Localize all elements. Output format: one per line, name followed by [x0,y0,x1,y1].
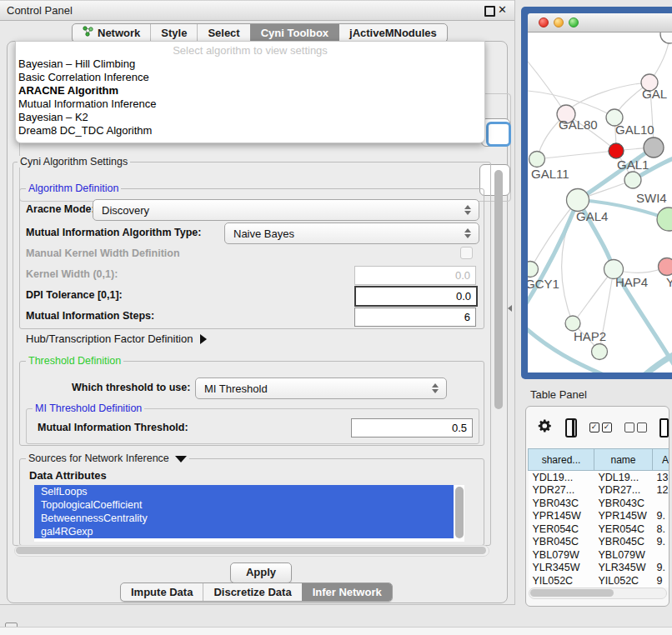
node[interactable] [660,32,672,43]
node-gal4[interactable] [567,189,589,212]
panel-splitter-handle[interactable] [508,305,512,312]
node-label: Y [666,275,672,289]
aracne-mode-combo[interactable]: Discovery [93,199,479,221]
list-item[interactable]: TopologicalCoefficient [34,498,454,512]
mi-steps-field[interactable]: 6 [354,308,476,327]
obscured-focus-ring [486,122,511,147]
node[interactable] [592,344,608,360]
table-header-row: shared... name A [529,449,670,471]
network-icon [83,24,93,42]
expand-right-icon [200,334,207,344]
dpi-tolerance-field[interactable]: 0.0 [354,286,478,307]
table-row[interactable]: YLR345WYLR345W9. [529,562,670,575]
tab-style[interactable]: Style [150,24,197,42]
threshold-definition-title: Threshold Definition [26,355,123,367]
node-label: HAP4 [615,275,648,289]
apply-button[interactable]: Apply [230,562,292,583]
table-row[interactable]: YIL052CYIL052C9 [529,574,670,588]
gear-icon[interactable] [538,418,553,437]
table-row[interactable]: YER054CYER054C8. [529,522,670,536]
tab-label: Network [98,24,140,42]
minimize-traffic-light-icon[interactable] [554,18,564,28]
mi-type-label: Mutual Information Algorithm Type: [26,227,201,238]
list-item[interactable]: gal4RGexp [34,525,454,538]
node-label: GAL80 [559,118,598,132]
node-gal11[interactable] [529,152,545,168]
kernel-width-label: Kernel Width (0,1): [26,268,118,280]
deselect-all-checkboxes-icon[interactable]: ✓✓ [624,422,647,432]
settings-scrollbar-track[interactable] [493,164,504,544]
table-row[interactable]: YBL079WYBL079W [529,548,670,562]
which-threshold-combo[interactable]: MI Threshold [195,378,447,399]
sources-group-title[interactable]: Sources for Network Inference [26,452,189,464]
settings-scrollbar-thumb[interactable] [494,170,503,409]
data-attributes-list: SelfLoops TopologicalCoefficient Between… [34,485,464,542]
dropdown-list: Bayesian – Hill Climbing Basic Correlati… [18,58,481,138]
settings-hscrollbar-thumb[interactable] [16,547,486,554]
node-table: shared... name A YDL19...YDL19...13 YDR2… [528,448,669,588]
column-header-name[interactable]: name [594,449,653,471]
float-window-icon[interactable] [484,6,495,17]
dropdown-item[interactable]: Bayesian – Hill Climbing [18,58,481,71]
algorithm-definition-title: Algorithm Definition [26,182,121,194]
stepper-icon [460,205,475,215]
mi-threshold-field[interactable]: 0.5 [351,418,473,438]
mi-type-combo[interactable]: Naive Bayes [224,222,479,244]
kernel-width-field[interactable]: 0.0 [354,266,476,285]
dropdown-item[interactable]: Mutual Information Inference [18,98,481,111]
dropdown-item[interactable]: Bayesian – K2 [18,111,481,124]
list-scrollbar-thumb[interactable] [455,487,464,538]
node-label: GAL11 [531,167,569,181]
tab-impute-data[interactable]: Impute Data [121,583,203,601]
page-icon[interactable] [659,418,669,438]
list-item[interactable]: SelfLoops [34,485,454,498]
select-all-checkboxes-icon[interactable]: ✓✓ [589,422,612,432]
control-panel-titlebar[interactable]: Control Panel ✕ [0,0,514,21]
network-canvas[interactable]: GAL GAL80 GAL10 GAL1 GAL11 GAL4 SWI4 GCY… [528,32,672,372]
node-gcy1[interactable] [528,262,539,278]
bottom-strip [0,627,672,635]
mi-type-value: Naive Bayes [225,228,460,240]
table-row[interactable]: YPR145WYPR145W9. [529,510,670,523]
table-row[interactable]: YDR27...YDR27...12 [529,484,670,498]
tab-network[interactable]: Network [73,24,150,42]
split-pane-icon[interactable] [565,418,577,438]
close-traffic-light-icon[interactable] [539,18,549,28]
which-threshold-value: MI Threshold [196,382,428,395]
node-swi4[interactable] [657,208,672,231]
column-header-partial[interactable]: A [653,449,670,471]
node-gray[interactable] [644,138,664,158]
settings-hscrollbar-track[interactable] [14,545,489,557]
stepper-icon [428,383,443,393]
close-icon[interactable]: ✕ [498,3,507,16]
tab-cyni-toolbox[interactable]: Cyni Toolbox [250,24,339,42]
dropdown-item[interactable]: Dream8 DC_TDC Algorithm [18,124,481,138]
zoom-traffic-light-icon[interactable] [569,18,579,28]
tab-jactivemnodules[interactable]: jActiveMNodules [339,24,447,42]
network-window-titlebar[interactable] [528,13,672,32]
table-toolbar: ✓✓ ✓✓ [526,407,669,448]
table-row[interactable]: YBR043CYBR043C [529,497,670,510]
node-label: GAL [642,87,667,101]
collapse-down-icon [175,456,187,462]
table-row[interactable]: YBR045CYBR045C9. [529,536,670,549]
dropdown-item[interactable]: Basic Correlation Inference [18,71,481,84]
table-hscrollbar-track[interactable] [529,588,667,599]
which-threshold-label: Which threshold to use: [72,382,190,393]
tab-discretize-data[interactable]: Discretize Data [203,583,301,601]
tab-infer-network[interactable]: Infer Network [302,583,392,601]
dropdown-item[interactable]: ARACNE Algorithm [18,84,481,98]
list-item[interactable]: BetweennessCentrality [34,512,454,525]
table-hscrollbar-thumb[interactable] [530,589,614,597]
tab-select[interactable]: Select [197,24,249,42]
node-gal1[interactable] [609,143,624,158]
manual-kernel-checkbox[interactable] [460,247,473,259]
hub-factor-expander[interactable]: Hub/Transcription Factor Definition [26,332,207,345]
network-labels: GAL GAL80 GAL10 GAL1 GAL11 GAL4 SWI4 GCY… [528,87,672,343]
node-label: GAL4 [576,209,608,223]
node[interactable] [624,172,641,188]
table-row[interactable]: YDL19...YDL19...13 [529,471,670,484]
data-attributes-label: Data Attributes [29,469,107,482]
node-y[interactable] [659,258,672,276]
column-header-shared[interactable]: shared... [529,449,594,471]
